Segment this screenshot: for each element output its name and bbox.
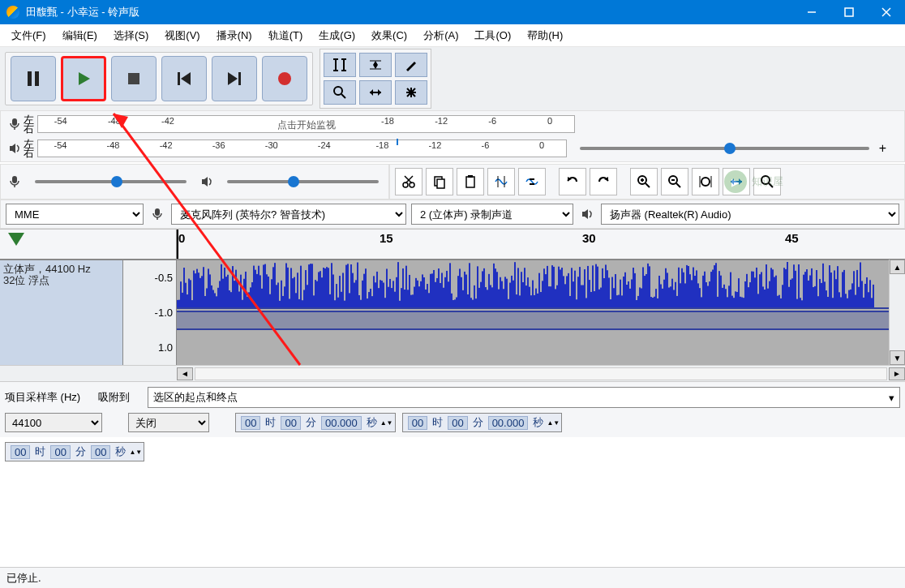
selection-start-time[interactable]: 00时 00分 00.000秒 ▲▼ — [235, 413, 396, 432]
menu-tracks[interactable]: 轨道(T) — [264, 27, 308, 45]
audio-host-select[interactable]: MME — [6, 204, 144, 225]
scroll-left[interactable]: ◄ — [177, 367, 193, 380]
svg-rect-161 — [321, 277, 323, 309]
svg-rect-471 — [824, 281, 826, 309]
timeshift-tool[interactable] — [359, 80, 392, 105]
fit-selection-button[interactable] — [692, 168, 719, 195]
trim-button[interactable] — [487, 168, 515, 195]
svg-rect-203 — [389, 279, 391, 309]
close-button[interactable] — [868, 0, 905, 24]
svg-rect-358 — [641, 289, 642, 309]
cut-button[interactable] — [395, 168, 422, 195]
svg-rect-469 — [821, 283, 822, 309]
svg-rect-124 — [261, 289, 263, 309]
pause-button[interactable] — [11, 56, 56, 101]
svg-rect-236 — [443, 288, 444, 309]
record-channels-select[interactable]: 2 (立体声) 录制声道 — [411, 204, 573, 225]
svg-rect-388 — [689, 274, 691, 309]
record-scale[interactable]: 点击开始监视 -54 -48 -42 -18 -12 -6 0 — [37, 115, 575, 133]
playback-volume-slider[interactable] — [227, 180, 379, 183]
svg-rect-497 — [866, 277, 868, 309]
playback-device-select[interactable]: 扬声器 (Realtek(R) Audio) — [601, 204, 899, 225]
scroll-up[interactable]: ▲ — [890, 260, 905, 274]
svg-rect-218 — [414, 287, 415, 309]
minimize-button[interactable] — [793, 0, 830, 24]
selection-end-time[interactable]: 00时 00分 00.000秒 ▲▼ — [402, 413, 563, 432]
svg-rect-408 — [722, 288, 723, 309]
skip-start-button[interactable] — [161, 56, 207, 101]
paste-button[interactable] — [457, 168, 484, 195]
redo-button[interactable] — [590, 168, 617, 195]
zoom-in-button[interactable] — [630, 168, 658, 195]
svg-rect-501 — [873, 285, 874, 309]
horizontal-scrollbar[interactable]: ◄ ► — [0, 365, 905, 381]
svg-rect-181 — [354, 283, 355, 309]
menu-help[interactable]: 帮助(H) — [522, 27, 568, 45]
monitor-hint[interactable]: 点击开始监视 — [277, 118, 336, 132]
scroll-down[interactable]: ▼ — [890, 350, 905, 365]
zoom-tool[interactable] — [324, 80, 356, 105]
audio-position-time[interactable]: 00时 00分 00秒 ▲▼ — [5, 442, 144, 461]
playback-speed-slider[interactable] — [580, 147, 869, 150]
menu-generate[interactable]: 生成(G) — [314, 27, 360, 45]
record-volume-slider[interactable] — [35, 180, 187, 183]
svg-rect-321 — [581, 285, 582, 309]
ruler-scale[interactable]: 0 15 30 45 — [177, 230, 905, 259]
envelope-tool[interactable] — [359, 53, 392, 77]
menu-edit[interactable]: 编辑(E) — [58, 27, 102, 45]
maximize-button[interactable] — [830, 0, 868, 24]
svg-rect-498 — [868, 292, 869, 309]
selection-format-select[interactable]: 选区的起点和终点▾ — [148, 387, 900, 408]
menu-tools[interactable]: 工具(O) — [470, 27, 516, 45]
play-button[interactable] — [61, 56, 106, 101]
menu-select[interactable]: 选择(S) — [109, 27, 153, 45]
undo-button[interactable] — [559, 168, 586, 195]
draw-tool[interactable] — [395, 53, 427, 77]
svg-rect-392 — [696, 270, 697, 309]
zoom-out-button[interactable] — [661, 168, 688, 195]
svg-rect-182 — [355, 280, 357, 309]
silence-button[interactable] — [518, 168, 546, 195]
record-meter[interactable]: 左右 点击开始监视 -54 -48 -42 -18 -12 -6 0 — [6, 113, 899, 135]
record-device-select[interactable]: 麦克风阵列 (英特尔? 智音技术) — [171, 204, 406, 225]
project-rate-select[interactable]: 44100 — [5, 413, 102, 432]
svg-rect-433 — [762, 286, 764, 309]
svg-rect-100 — [222, 279, 224, 309]
skip-end-button[interactable] — [212, 56, 257, 101]
svg-rect-232 — [436, 278, 438, 309]
svg-rect-452 — [793, 264, 795, 309]
svg-rect-446 — [783, 268, 785, 309]
pin-icon[interactable] — [8, 233, 24, 246]
menu-transport[interactable]: 播录(N) — [212, 27, 257, 45]
svg-rect-298 — [543, 268, 545, 309]
scroll-right[interactable]: ► — [889, 367, 905, 380]
record-button[interactable] — [262, 56, 307, 101]
track-control-panel[interactable]: 立体声，44100 Hz 32位 浮点 — [0, 260, 123, 365]
svg-rect-296 — [540, 292, 542, 309]
svg-rect-102 — [225, 277, 227, 309]
svg-rect-361 — [646, 274, 647, 309]
menu-view[interactable]: 视图(V) — [160, 27, 204, 45]
stop-button[interactable] — [111, 56, 157, 101]
svg-rect-259 — [480, 282, 482, 309]
multi-tool[interactable] — [395, 80, 427, 105]
vertical-scrollbar[interactable]: ▲ ▼ — [889, 260, 905, 365]
svg-rect-195 — [376, 272, 378, 309]
svg-rect-106 — [232, 266, 234, 309]
waveform[interactable] — [177, 260, 889, 365]
copy-button[interactable] — [426, 168, 453, 195]
menu-effect[interactable]: 效果(C) — [367, 27, 412, 45]
svg-line-58 — [676, 183, 680, 187]
svg-rect-165 — [328, 268, 329, 309]
scroll-track[interactable] — [195, 367, 887, 380]
menu-file[interactable]: 文件(F) — [6, 27, 51, 45]
svg-rect-222 — [420, 281, 422, 309]
menu-analyze[interactable]: 分析(A) — [418, 27, 463, 45]
play-scale[interactable]: -54 -48 -42 -36 -30 -24 -18 -12 -6 0 — [37, 139, 567, 157]
svg-rect-194 — [375, 282, 376, 309]
svg-rect-480 — [839, 292, 840, 309]
svg-rect-329 — [594, 291, 595, 309]
playback-meter[interactable]: 左右 -54 -48 -42 -36 -30 -24 -18 -12 -6 0 … — [6, 137, 899, 160]
selection-tool[interactable] — [324, 53, 356, 77]
snap-select[interactable]: 关闭 — [128, 413, 209, 432]
